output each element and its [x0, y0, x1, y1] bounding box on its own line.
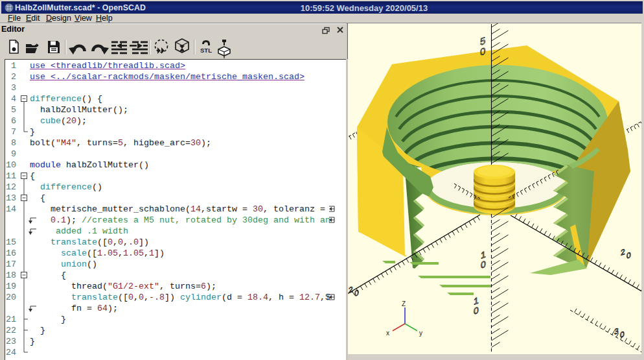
svg-text:Z: Z: [402, 300, 406, 307]
svg-text:0: 0: [474, 305, 479, 317]
svg-text:0: 0: [481, 259, 486, 270]
svg-text:0: 0: [620, 330, 625, 340]
svg-text:2: 2: [349, 285, 353, 295]
svg-text:STL: STL: [200, 47, 212, 54]
svg-text:2: 2: [621, 247, 625, 258]
svg-text:x: x: [386, 330, 389, 337]
svg-text:0: 0: [627, 250, 631, 261]
svg-text:y: y: [419, 330, 422, 337]
svg-text:0: 0: [480, 45, 485, 58]
svg-text:3: 3: [614, 326, 619, 337]
svg-text:0: 0: [354, 288, 359, 298]
